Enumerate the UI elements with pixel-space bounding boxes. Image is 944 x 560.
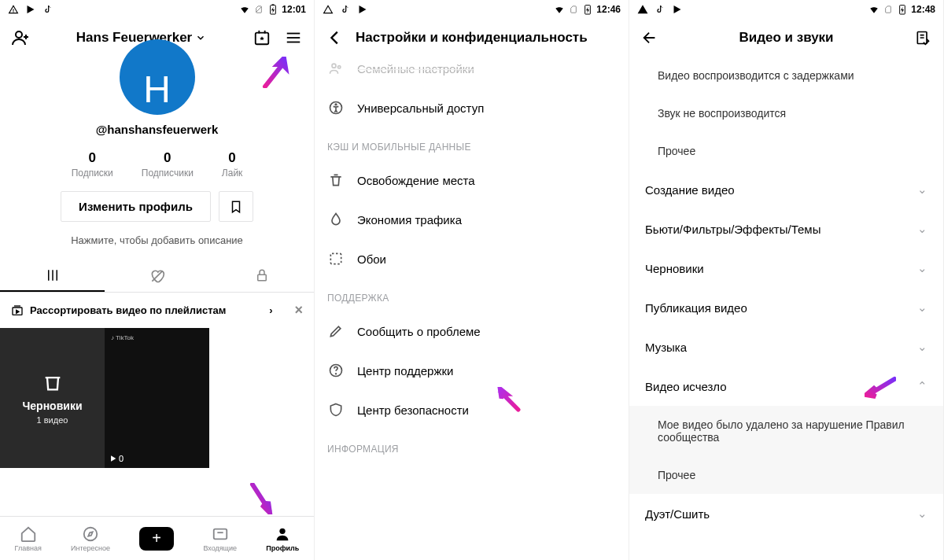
stat-likes[interactable]: 0 Лайк (222, 150, 243, 179)
calendar-star-icon[interactable] (251, 27, 273, 49)
support-item-publish[interactable]: Публикация видео⌄ (629, 288, 943, 327)
battery-icon (897, 4, 908, 15)
stat-following[interactable]: 0 Подписки (72, 150, 113, 179)
setting-family[interactable]: Семейные настройки (315, 57, 629, 88)
support-item-removed[interactable]: Мое видео было удалено за нарушение Прав… (629, 406, 943, 456)
chevron-down-icon: ⌄ (917, 300, 927, 315)
play-count: 0 (109, 454, 124, 463)
svg-point-3 (16, 31, 22, 38)
drafts-tile[interactable]: Черновики 1 видео (0, 328, 105, 468)
chevron-up-icon: ⌃ (917, 379, 927, 393)
family-icon (327, 60, 345, 77)
setting-wallpaper[interactable]: Обои (315, 239, 629, 278)
setting-free-space[interactable]: Освобождение места (315, 160, 629, 200)
tiktok-icon (655, 4, 666, 15)
back-arrow-icon[interactable] (639, 27, 661, 49)
bio-hint[interactable]: Нажмите, чтобы добавить описание (0, 234, 314, 246)
support-topbar: Видео и звуки (629, 19, 943, 57)
plus-icon: + (139, 527, 174, 551)
support-item-lag[interactable]: Видео воспроизводится с задержками (629, 57, 943, 94)
screen-support-detail: 12:48 Видео и звуки Видео воспроизводитс… (629, 0, 944, 560)
support-item-music[interactable]: Музыка⌄ (629, 327, 943, 367)
accessibility-icon (327, 99, 345, 116)
svg-point-21 (280, 528, 286, 533)
playlist-sort-row[interactable]: Рассортировать видео по плейлистам › × (0, 293, 314, 328)
status-time: 12:01 (282, 4, 306, 15)
settings-list: Семейные настройки Универсальный доступ … (315, 57, 629, 560)
compass-icon (82, 525, 99, 543)
back-icon[interactable] (324, 27, 346, 49)
stat-followers[interactable]: 0 Подписчики (142, 150, 194, 179)
profile-tabs (0, 260, 314, 293)
page-title: Видео и звуки (670, 30, 902, 46)
wifi-icon (868, 4, 879, 15)
warning-icon (323, 4, 334, 15)
support-item-beauty[interactable]: Бьюти/Фильтры/Эффекты/Темы⌄ (629, 209, 943, 249)
support-item-nosound[interactable]: Звук не воспроизводится (629, 94, 943, 132)
wifi-icon (554, 4, 565, 15)
video-tile[interactable]: ♪ TikTok 0 (105, 328, 209, 468)
support-item-duet[interactable]: Дуэт/Сшить⌄ (629, 494, 943, 533)
tiktok-watermark-icon: ♪ TikTok (111, 334, 134, 341)
chevron-down-icon: ⌄ (917, 182, 927, 197)
svg-rect-16 (257, 274, 266, 281)
wallpaper-icon (327, 250, 345, 267)
tiktok-icon (340, 4, 351, 15)
tab-liked[interactable] (105, 260, 209, 292)
setting-data-saver[interactable]: Экономия трафика (315, 200, 629, 239)
svg-point-23 (332, 64, 336, 68)
support-item-other2[interactable]: Прочее (629, 456, 943, 494)
message-icon (212, 525, 229, 543)
status-bar: 12:48 (629, 0, 943, 19)
support-item-other[interactable]: Прочее (629, 132, 943, 170)
warning-icon (8, 4, 19, 15)
avatar-section: H @hanshansfeuerwerk (0, 57, 314, 136)
screen-settings: 12:46 Настройки и конфиденциальность Сем… (315, 0, 629, 560)
setting-accessibility[interactable]: Универсальный доступ (315, 88, 629, 127)
person-icon (274, 525, 291, 543)
nav-profile[interactable]: Профиль (266, 525, 299, 552)
svg-rect-20 (213, 529, 227, 539)
bookmark-button[interactable] (219, 191, 253, 222)
status-bar: 12:46 (315, 0, 629, 19)
svg-point-29 (336, 374, 337, 374)
pencil-icon (327, 322, 345, 340)
support-list: Видео воспроизводится с задержками Звук … (629, 57, 943, 560)
nav-inbox[interactable]: Входящие (203, 525, 237, 552)
nav-create[interactable]: + (139, 527, 174, 551)
add-friend-icon[interactable] (9, 27, 31, 49)
annotation-arrow-icon (245, 483, 276, 514)
play-icon (109, 455, 117, 462)
play-store-icon (25, 4, 36, 15)
section-info-label: ИНФОРМАЦИЯ (315, 429, 629, 462)
setting-report-problem[interactable]: Сообщить о проблеме (315, 311, 629, 351)
svg-rect-27 (330, 253, 341, 263)
shield-icon (327, 401, 345, 418)
hamburger-menu-icon[interactable] (282, 27, 304, 49)
play-store-icon (672, 4, 683, 15)
nav-discover[interactable]: Интересное (71, 525, 110, 552)
tiktok-icon (42, 4, 53, 15)
close-icon[interactable]: × (294, 302, 303, 319)
wifi-icon (239, 4, 250, 15)
status-bar: 12:01 (0, 0, 314, 19)
setting-help-center[interactable]: Центр поддержки (315, 351, 629, 390)
avatar[interactable]: H (120, 39, 195, 115)
support-item-drafts[interactable]: Черновики⌄ (629, 249, 943, 288)
support-item-missing[interactable]: Видео исчезло⌃ (629, 367, 943, 406)
chevron-down-icon (195, 32, 206, 43)
warning-icon (637, 4, 648, 15)
tab-grid[interactable] (0, 260, 105, 292)
playlist-icon (11, 304, 24, 317)
svg-point-24 (338, 66, 341, 68)
edit-profile-button[interactable]: Изменить профиль (61, 191, 211, 222)
section-support-label: ПОДДЕРЖКА (315, 278, 629, 311)
edit-note-icon[interactable] (912, 27, 934, 49)
support-item-create[interactable]: Создание видео⌄ (629, 170, 943, 209)
nav-home[interactable]: Главная (15, 525, 42, 552)
tab-private[interactable] (209, 260, 314, 292)
play-store-icon (357, 4, 368, 15)
home-icon (20, 525, 37, 543)
svg-point-26 (335, 104, 337, 105)
setting-safety-center[interactable]: Центр безопасности (315, 390, 629, 429)
